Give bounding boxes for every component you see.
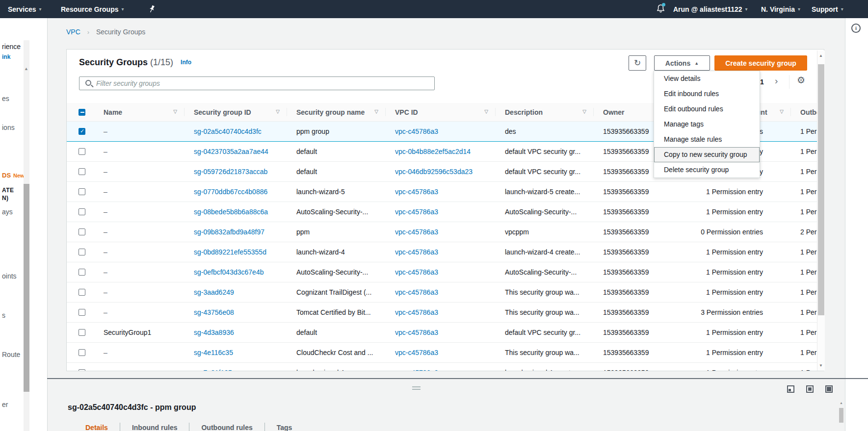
sidebar-item-fragment[interactable]: N) (2, 195, 8, 202)
sidebar-item-fragment[interactable]: es (2, 95, 9, 102)
vpc-id-link[interactable]: vpc-c45786a3 (395, 208, 438, 216)
vpc-id-link[interactable]: vpc-c45786a3 (395, 127, 438, 135)
sidebar-scrollbar[interactable] (24, 40, 29, 431)
layout-split-panel-icon[interactable] (806, 385, 814, 393)
row-checkbox[interactable] (79, 188, 85, 195)
security-group-id-link[interactable]: sg-0770ddb67cc4b0886 (194, 188, 267, 196)
details-scrollbar[interactable]: ▲ (839, 401, 843, 431)
filter-input[interactable] (79, 76, 435, 90)
vpc-id-link[interactable]: vpc-c45786a3 (395, 248, 438, 256)
settings-gear-icon[interactable]: ⚙ (797, 75, 805, 86)
sidebar-item-fragment[interactable]: Route (2, 351, 20, 358)
layout-bottom-panel-icon[interactable] (787, 385, 794, 393)
tab-tags[interactable]: Tags (265, 422, 304, 431)
actions-button[interactable]: Actions ▲ (654, 55, 710, 71)
table-scrollbar[interactable]: ▲ ▼ (817, 51, 825, 371)
nav-region-menu[interactable]: N. Virginia ▾ (761, 0, 800, 18)
details-scrollbar-thumb[interactable] (839, 408, 843, 423)
row-checkbox[interactable] (79, 309, 85, 316)
row-checkbox[interactable] (79, 269, 85, 276)
row-checkbox[interactable] (79, 128, 85, 135)
security-group-id-link[interactable]: sg-7e81f105 (194, 369, 232, 371)
vpc-id-link[interactable]: vpc-c45786a3 (395, 288, 438, 296)
tab-inbound-rules[interactable]: Inbound rules (120, 422, 189, 431)
sidebar-item-fragment[interactable]: ions (2, 124, 15, 131)
vpc-id-link[interactable]: vpc-0b4b88e2ef5ac2d14 (395, 148, 471, 155)
sidebar-item-fragment[interactable]: DSNew (2, 172, 25, 179)
column-header-security-group-id[interactable]: Security group ID▽ (184, 103, 287, 122)
sidebar-item-fragment[interactable]: rience (2, 43, 21, 51)
security-group-id-link[interactable]: sg-04237035a2aa7ae44 (194, 148, 268, 155)
row-checkbox[interactable] (79, 289, 85, 296)
tab-outbound-rules[interactable]: Outbound rules (189, 422, 264, 431)
vpc-id-link[interactable]: vpc-c45786a3 (395, 188, 438, 196)
security-group-id-link[interactable]: sg-059726d21873accab (194, 168, 267, 176)
vpc-id-link[interactable]: vpc-c45786a3 (395, 369, 438, 371)
info-icon[interactable]: i (851, 24, 861, 33)
security-group-id-link[interactable]: sg-4e116c35 (194, 349, 233, 356)
table-row[interactable]: –sg-43756e08Tomcat Certified by Bit...vp… (67, 303, 817, 323)
vpc-id-link[interactable]: vpc-c45786a3 (395, 329, 438, 336)
security-group-id-link[interactable]: sg-4d3a8936 (194, 329, 234, 336)
notifications-bell-icon[interactable] (657, 0, 665, 18)
table-row[interactable]: –sg-0770ddb67cc4b0886launch-wizard-5vpc-… (67, 182, 817, 202)
filter-funnel-icon[interactable]: ▽ (276, 109, 280, 114)
info-link[interactable]: Info (181, 59, 191, 66)
sidebar-item-fragment[interactable]: oints (2, 272, 17, 280)
nav-account-menu[interactable]: Arun @ aliastest1122 ▾ (673, 0, 748, 18)
tab-details[interactable]: Details (74, 422, 120, 431)
column-header-outbound-rules-count[interactable]: Outbound rules count (790, 103, 817, 122)
nav-resource-groups-menu[interactable]: Resource Groups ▾ (61, 0, 124, 18)
menu-item-delete-security-group[interactable]: Delete security group (654, 162, 760, 177)
table-row[interactable]: –sg-0bd89221efe55355dlaunch-wizard-4vpc-… (67, 242, 817, 262)
table-row[interactable]: –sg-7e81f105launch-wizard-1vpc-c45786a3l… (67, 363, 817, 371)
sidebar-item-fragment[interactable]: ink (2, 53, 10, 60)
table-row[interactable]: –sg-3aad6249Cognizant TrailDigest (...vp… (67, 282, 817, 303)
create-security-group-button[interactable]: Create security group (714, 55, 807, 71)
vpc-id-link[interactable]: vpc-046db92596c53da23 (395, 168, 473, 176)
filter-funnel-icon[interactable]: ▽ (173, 109, 177, 114)
table-row[interactable]: –sg-4e116c35CloudCheckr Cost and ...vpc-… (67, 343, 817, 363)
split-panel-divider[interactable] (47, 378, 868, 379)
menu-item-manage-stale-rules[interactable]: Manage stale rules (654, 132, 760, 147)
row-checkbox[interactable] (79, 208, 85, 215)
table-row[interactable]: –sg-09b832afbd9a48f97ppmvpc-c45786a3vpcp… (67, 222, 817, 242)
vpc-id-link[interactable]: vpc-c45786a3 (395, 308, 438, 316)
filter-funnel-icon[interactable]: ▽ (484, 109, 488, 114)
column-header-description[interactable]: Description▽ (495, 103, 593, 122)
security-group-id-link[interactable]: sg-02a5c40740c4d3fc (194, 127, 262, 135)
security-group-id-link[interactable]: sg-0efbcf043d3c67e4b (194, 268, 263, 276)
filter-funnel-icon[interactable]: ▽ (780, 109, 784, 114)
row-checkbox[interactable] (79, 148, 85, 155)
security-group-id-link[interactable]: sg-0bd89221efe55355d (194, 248, 266, 256)
sidebar-item-fragment[interactable]: ays (2, 208, 13, 216)
layout-full-panel-icon[interactable] (825, 385, 833, 393)
security-group-id-link[interactable]: sg-08bede5b8b6a88c6a (194, 208, 268, 216)
vpc-id-link[interactable]: vpc-c45786a3 (395, 228, 438, 236)
menu-item-copy-to-new-security-group[interactable]: Copy to new security group (654, 147, 760, 162)
column-header-vpc-id[interactable]: VPC ID▽ (385, 103, 495, 122)
sidebar-item-fragment[interactable]: s (2, 311, 5, 319)
row-checkbox[interactable] (79, 369, 85, 371)
security-group-id-link[interactable]: sg-3aad6249 (194, 288, 234, 296)
nav-support-menu[interactable]: Support ▾ (812, 0, 843, 18)
table-row[interactable]: –sg-0efbcf043d3c67e4bAutoScaling-Securit… (67, 262, 817, 282)
security-group-id-link[interactable]: sg-43756e08 (194, 308, 234, 316)
column-header-security-group-name[interactable]: Security group name▽ (287, 103, 385, 122)
security-group-id-link[interactable]: sg-09b832afbd9a48f97 (194, 228, 264, 236)
table-scrollbar-thumb[interactable] (818, 64, 824, 315)
pagination-next-button[interactable]: › (775, 76, 778, 86)
table-row[interactable]: –sg-08bede5b8b6a88c6aAutoScaling-Securit… (67, 202, 817, 222)
table-row[interactable]: SecurityGroup1sg-4d3a8936defaultvpc-c457… (67, 323, 817, 343)
row-checkbox[interactable] (79, 228, 85, 235)
scroll-up-icon[interactable]: ▲ (819, 53, 823, 58)
row-checkbox[interactable] (79, 329, 85, 336)
row-checkbox[interactable] (79, 249, 85, 255)
vpc-id-link[interactable]: vpc-c45786a3 (395, 349, 438, 356)
sidebar-scroll-up-icon[interactable]: ▲ (24, 66, 28, 71)
refresh-button[interactable]: ↻ (629, 55, 646, 71)
menu-item-edit-outbound-rules[interactable]: Edit outbound rules (654, 101, 760, 117)
split-panel-drag-handle[interactable] (412, 386, 421, 390)
sidebar-item-fragment[interactable]: ATE (2, 187, 14, 194)
menu-item-view-details[interactable]: View details (654, 71, 760, 86)
